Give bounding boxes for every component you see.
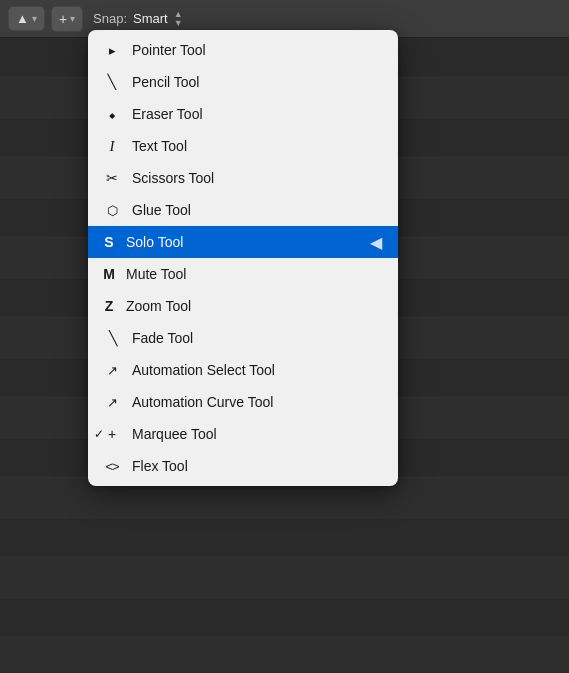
menu-item-eraser[interactable]: ⬥ Eraser Tool bbox=[88, 98, 398, 130]
automation-select-label: Automation Select Tool bbox=[132, 362, 382, 378]
snap-value: Smart bbox=[133, 11, 168, 26]
flex-tool-label: Flex Tool bbox=[132, 458, 382, 474]
plus-icon: + bbox=[59, 11, 67, 27]
pointer-tool-icon: ▸ bbox=[102, 43, 122, 58]
snap-section: Snap: Smart ▲ ▼ bbox=[93, 10, 183, 28]
text-tool-icon: I bbox=[102, 138, 122, 155]
pointer-tool-button[interactable]: ▲ ▾ bbox=[8, 6, 45, 31]
text-tool-label: Text Tool bbox=[132, 138, 382, 154]
pointer-tool-label: Pointer Tool bbox=[132, 42, 382, 58]
marquee-checkmark: ✓ bbox=[94, 427, 104, 441]
menu-item-mute[interactable]: M Mute Tool bbox=[88, 258, 398, 290]
menu-item-marquee[interactable]: ✓ + Marquee Tool bbox=[88, 418, 398, 450]
track-line bbox=[0, 518, 569, 558]
fade-tool-icon: ╲ bbox=[102, 330, 122, 346]
menu-item-pencil[interactable]: ╲ Pencil Tool bbox=[88, 66, 398, 98]
menu-item-zoom[interactable]: Z Zoom Tool bbox=[88, 290, 398, 322]
automation-curve-icon: ↗ bbox=[102, 395, 122, 410]
eraser-tool-icon: ⬥ bbox=[102, 106, 122, 122]
snap-arrows[interactable]: ▲ ▼ bbox=[174, 10, 183, 28]
menu-item-glue[interactable]: ⬡ Glue Tool bbox=[88, 194, 398, 226]
add-chevron-icon: ▾ bbox=[70, 13, 75, 24]
menu-item-text[interactable]: I Text Tool bbox=[88, 130, 398, 162]
snap-label: Snap: bbox=[93, 11, 127, 26]
pencil-tool-icon: ╲ bbox=[102, 74, 122, 90]
solo-tool-label: Solo Tool bbox=[126, 234, 354, 250]
menu-item-pointer[interactable]: ▸ Pointer Tool bbox=[88, 34, 398, 66]
menu-item-solo[interactable]: S Solo Tool ◀ bbox=[88, 226, 398, 258]
marquee-tool-label: Marquee Tool bbox=[132, 426, 382, 442]
track-line bbox=[0, 598, 569, 638]
automation-select-icon: ↗ bbox=[102, 363, 122, 378]
track-line bbox=[0, 638, 569, 673]
marquee-tool-icon: + bbox=[102, 426, 122, 442]
tool-dropdown-menu: ▸ Pointer Tool ╲ Pencil Tool ⬥ Eraser To… bbox=[88, 30, 398, 486]
pointer-icon: ▲ bbox=[16, 11, 29, 26]
zoom-tool-label: Zoom Tool bbox=[126, 298, 382, 314]
menu-item-scissors[interactable]: ✂ Scissors Tool bbox=[88, 162, 398, 194]
pencil-tool-label: Pencil Tool bbox=[132, 74, 382, 90]
automation-curve-label: Automation Curve Tool bbox=[132, 394, 382, 410]
eraser-tool-label: Eraser Tool bbox=[132, 106, 382, 122]
pointer-chevron-icon: ▾ bbox=[32, 13, 37, 24]
add-button[interactable]: + ▾ bbox=[51, 6, 83, 32]
glue-tool-icon: ⬡ bbox=[102, 203, 122, 218]
flex-tool-icon: <> bbox=[102, 459, 122, 474]
zoom-shortcut-key: Z bbox=[102, 298, 116, 314]
snap-down-icon: ▼ bbox=[174, 19, 183, 28]
cursor-indicator: ◀ bbox=[370, 233, 382, 252]
menu-item-fade[interactable]: ╲ Fade Tool bbox=[88, 322, 398, 354]
menu-item-automation-select[interactable]: ↗ Automation Select Tool bbox=[88, 354, 398, 386]
track-line bbox=[0, 558, 569, 598]
mute-shortcut-key: M bbox=[102, 266, 116, 282]
scissors-tool-label: Scissors Tool bbox=[132, 170, 382, 186]
solo-shortcut-key: S bbox=[102, 234, 116, 250]
glue-tool-label: Glue Tool bbox=[132, 202, 382, 218]
mute-tool-label: Mute Tool bbox=[126, 266, 382, 282]
fade-tool-label: Fade Tool bbox=[132, 330, 382, 346]
menu-item-flex[interactable]: <> Flex Tool bbox=[88, 450, 398, 482]
menu-item-automation-curve[interactable]: ↗ Automation Curve Tool bbox=[88, 386, 398, 418]
scissors-tool-icon: ✂ bbox=[102, 170, 122, 186]
